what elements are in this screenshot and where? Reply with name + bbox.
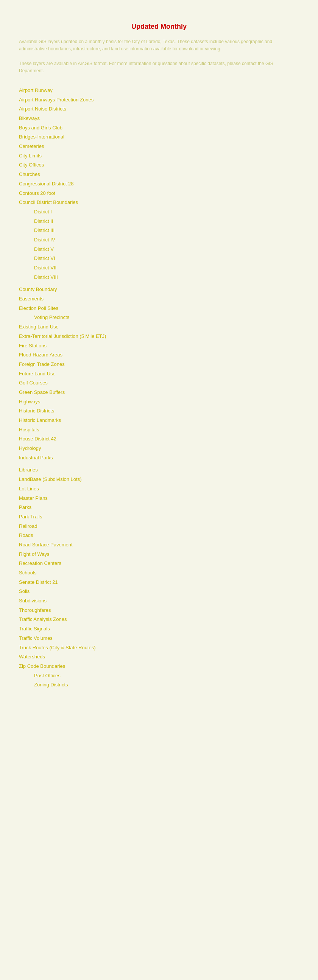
list-item[interactable]: Master Plans: [19, 494, 299, 503]
list-item[interactable]: Hydrology: [19, 444, 299, 453]
list-item[interactable]: Right of Ways: [19, 550, 299, 559]
list-item[interactable]: County Boundary: [19, 285, 299, 294]
list-item[interactable]: Libraries: [19, 465, 299, 475]
list-item[interactable]: Airport Runway: [19, 86, 299, 95]
page-container: Updated Monthly Available GIS layers upd…: [19, 23, 299, 690]
list-item[interactable]: Council District Boundaries: [19, 198, 299, 207]
intro-text: Available GIS layers updated on a monthl…: [19, 38, 299, 75]
list-item[interactable]: District III: [19, 226, 299, 235]
list-item[interactable]: Soils: [19, 587, 299, 596]
items-list: Airport RunwayAirport Runways Protection…: [19, 86, 299, 690]
list-item[interactable]: LandBase (Subdivision Lots): [19, 475, 299, 484]
list-item[interactable]: Bridges-International: [19, 132, 299, 142]
list-item[interactable]: Existing Land Use: [19, 322, 299, 332]
list-item[interactable]: Roads: [19, 531, 299, 540]
list-item[interactable]: Zoning Districts: [19, 680, 299, 690]
list-item[interactable]: Churches: [19, 170, 299, 179]
list-item[interactable]: Traffic Volumes: [19, 634, 299, 643]
list-item[interactable]: Congressional District 28: [19, 179, 299, 189]
list-item[interactable]: Flood Hazard Areas: [19, 350, 299, 360]
list-item[interactable]: Park Trails: [19, 512, 299, 522]
list-item[interactable]: Historic Districts: [19, 406, 299, 416]
list-item[interactable]: Zip Code Boundaries: [19, 662, 299, 671]
list-item[interactable]: Cemeteries: [19, 142, 299, 151]
list-item[interactable]: Road Surface Pavement: [19, 540, 299, 550]
list-spacer: [19, 282, 299, 285]
list-item[interactable]: Airport Runways Protection Zones: [19, 95, 299, 105]
list-item[interactable]: Future Land Use: [19, 369, 299, 379]
page-title: Updated Monthly: [19, 23, 299, 31]
list-item[interactable]: Historic Landmarks: [19, 416, 299, 425]
list-item[interactable]: District I: [19, 207, 299, 217]
list-item[interactable]: Fire Stations: [19, 341, 299, 351]
list-item[interactable]: Traffic Signals: [19, 624, 299, 634]
list-item[interactable]: Extra-Territorial Jurisdiction (5 Mile E…: [19, 332, 299, 341]
list-item[interactable]: Industrial Parks: [19, 453, 299, 463]
list-item[interactable]: Contours 20 foot: [19, 189, 299, 198]
list-item[interactable]: Thoroughfares: [19, 606, 299, 615]
list-item[interactable]: Highways: [19, 397, 299, 407]
list-item[interactable]: Post Offices: [19, 671, 299, 681]
list-item[interactable]: Hospitals: [19, 425, 299, 435]
list-item[interactable]: Railroad: [19, 522, 299, 531]
list-item[interactable]: City Limits: [19, 151, 299, 161]
list-item[interactable]: Subdivisions: [19, 596, 299, 606]
list-item[interactable]: Parks: [19, 503, 299, 512]
list-item[interactable]: Foreign Trade Zones: [19, 360, 299, 369]
list-item[interactable]: Watersheds: [19, 652, 299, 662]
list-item[interactable]: District VII: [19, 263, 299, 273]
list-item[interactable]: Bikeways: [19, 114, 299, 123]
list-item[interactable]: Easements: [19, 294, 299, 304]
list-item[interactable]: District V: [19, 245, 299, 254]
list-item[interactable]: Voting Precincts: [19, 313, 299, 322]
list-item[interactable]: Airport Noise Districts: [19, 105, 299, 114]
list-item[interactable]: City Offices: [19, 161, 299, 170]
list-spacer: [19, 462, 299, 465]
list-item[interactable]: Boys and Girls Club: [19, 123, 299, 133]
list-item[interactable]: Recreation Centers: [19, 559, 299, 568]
list-item[interactable]: Truck Routes (City & State Routes): [19, 643, 299, 653]
list-item[interactable]: District VIII: [19, 273, 299, 282]
list-item[interactable]: Golf Courses: [19, 379, 299, 388]
list-item[interactable]: Traffic Analysis Zones: [19, 615, 299, 624]
list-item[interactable]: House District 42: [19, 434, 299, 444]
list-item[interactable]: Green Space Buffers: [19, 388, 299, 397]
list-item[interactable]: District II: [19, 217, 299, 226]
list-item[interactable]: District VI: [19, 254, 299, 263]
list-item[interactable]: Senate District 21: [19, 578, 299, 587]
list-item[interactable]: Schools: [19, 568, 299, 578]
list-item[interactable]: Lot Lines: [19, 484, 299, 494]
list-item[interactable]: Election Poll Sites: [19, 304, 299, 313]
list-item[interactable]: District IV: [19, 235, 299, 245]
